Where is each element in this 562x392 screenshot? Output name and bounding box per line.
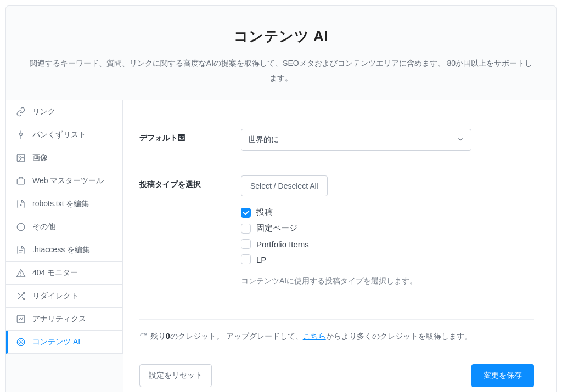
checkbox-label: LP — [256, 255, 266, 264]
sidebar-item-robots[interactable]: robots.txt を編集 — [6, 192, 122, 215]
svg-point-13 — [17, 338, 25, 346]
checkbox-posts[interactable]: 投稿 — [241, 207, 471, 218]
post-types-help: コンテンツAIに使用する投稿タイプを選択します。 — [241, 276, 471, 286]
default-country-value: 世界的に — [248, 135, 279, 145]
checkbox-box[interactable] — [241, 224, 251, 234]
page-description: 関連するキーワード、質問、リンクに関する高度なAIの提案を取得して、SEOメタお… — [28, 56, 534, 85]
target-icon — [16, 337, 26, 347]
sidebar-item-analytics[interactable]: アナリティクス — [6, 308, 122, 331]
svg-point-15 — [20, 342, 21, 343]
svg-line-11 — [18, 293, 20, 295]
reset-button[interactable]: 設定をリセット — [139, 364, 212, 387]
sidebar-item-label: Web マスターツール — [32, 176, 104, 186]
checkbox-portfolio[interactable]: Portfolio Items — [241, 239, 471, 249]
sidebar-item-links[interactable]: リンク — [6, 100, 122, 123]
sidebar-item-label: その他 — [32, 222, 55, 232]
sidebar-item-404[interactable]: 404 モニター — [6, 262, 122, 285]
sidebar-item-label: パンくずリスト — [32, 130, 86, 140]
footer-bar: 設定をリセット 変更を保存 — [123, 354, 556, 392]
save-button[interactable]: 変更を保存 — [471, 364, 534, 387]
file-icon — [16, 199, 26, 209]
image-icon — [16, 153, 26, 163]
sidebar-item-label: .htaccess を編集 — [32, 245, 90, 255]
shuffle-icon — [16, 291, 26, 301]
page-title: コンテンツ AI — [28, 27, 534, 46]
svg-line-10 — [22, 297, 25, 300]
svg-rect-2 — [17, 179, 25, 184]
doc-icon — [16, 245, 26, 255]
svg-point-3 — [20, 204, 21, 206]
toggle-all-button[interactable]: Select / Deselect All — [241, 175, 328, 196]
sidebar-item-redirects[interactable]: リダイレクト — [6, 285, 122, 308]
credits-bar: 残り0のクレジット。 アップグレードして、こちらからより多くのクレジットを取得し… — [139, 319, 534, 354]
briefcase-icon — [16, 176, 26, 186]
row-post-types: 投稿タイプを選択 Select / Deselect All 投稿固定ページPo… — [139, 163, 534, 298]
sidebar-item-htaccess[interactable]: .htaccess を編集 — [6, 238, 122, 262]
chevron-down-icon — [457, 135, 464, 145]
checkbox-lp[interactable]: LP — [241, 254, 471, 264]
svg-point-14 — [19, 340, 23, 344]
checkbox-label: 投稿 — [256, 207, 273, 218]
checkbox-label: Portfolio Items — [256, 240, 309, 249]
svg-point-1 — [19, 156, 20, 157]
warning-icon — [16, 268, 26, 278]
sidebar-item-content-ai[interactable]: コンテンツ AI — [6, 331, 122, 354]
credits-link[interactable]: こちら — [303, 332, 326, 340]
sidebar-item-webmaster[interactable]: Web マスターツール — [6, 169, 122, 192]
svg-point-8 — [21, 275, 21, 275]
row-default-country: デフォルト国 世界的に — [139, 117, 534, 163]
sidebar-item-breadcrumbs[interactable]: パンくずリスト — [6, 123, 122, 146]
sidebar-item-images[interactable]: 画像 — [6, 146, 122, 169]
sidebar-item-other[interactable]: その他 — [6, 215, 122, 238]
checkbox-box[interactable] — [241, 239, 251, 249]
refresh-icon[interactable] — [139, 332, 147, 342]
main-content: デフォルト国 世界的に 投稿タイプを選択 Select / Deselect A… — [123, 100, 556, 354]
pin-icon — [16, 130, 26, 140]
checkbox-box[interactable] — [241, 254, 251, 264]
sidebar: リンクパンくずリスト画像Web マスターツールrobots.txt を編集その他… — [6, 100, 123, 354]
chart-icon — [16, 314, 26, 324]
post-types-label: 投稿タイプを選択 — [139, 175, 241, 190]
link-icon — [16, 107, 26, 117]
svg-point-4 — [17, 223, 25, 231]
post-types-list: 投稿固定ページPortfolio ItemsLP — [241, 207, 471, 264]
settings-panel: コンテンツ AI 関連するキーワード、質問、リンクに関する高度なAIの提案を取得… — [5, 5, 557, 392]
circle-icon — [16, 222, 26, 232]
sidebar-item-label: リダイレクト — [32, 291, 78, 301]
checkbox-label: 固定ページ — [256, 223, 297, 234]
credits-text: 残り0のクレジット。 アップグレードして、こちらからより多くのクレジットを取得し… — [150, 332, 472, 342]
default-country-label: デフォルト国 — [139, 129, 241, 143]
sidebar-item-label: アナリティクス — [32, 314, 86, 324]
sidebar-item-label: robots.txt を編集 — [32, 199, 89, 209]
sidebar-item-label: コンテンツ AI — [32, 337, 80, 347]
sidebar-item-label: 画像 — [32, 153, 48, 163]
checkbox-box[interactable] — [241, 208, 251, 218]
sidebar-item-label: リンク — [32, 107, 55, 117]
panel-header: コンテンツ AI 関連するキーワード、質問、リンクに関する高度なAIの提案を取得… — [6, 6, 556, 100]
sidebar-item-label: 404 モニター — [32, 268, 78, 278]
checkbox-pages[interactable]: 固定ページ — [241, 223, 471, 234]
default-country-select[interactable]: 世界的に — [241, 129, 471, 151]
